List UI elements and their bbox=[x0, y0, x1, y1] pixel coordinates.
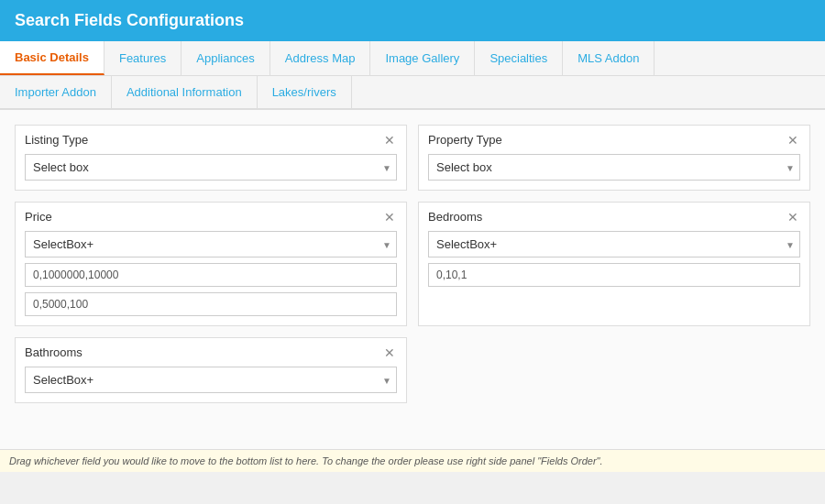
extra-input-price-1[interactable] bbox=[25, 292, 397, 316]
tab-basic-details[interactable]: Basic Details bbox=[0, 41, 104, 75]
field-header-bathrooms: Bathrooms✕ bbox=[25, 345, 397, 359]
field-card-bathrooms: Bathrooms✕SelectBox+Select boxCheckboxTe… bbox=[15, 337, 407, 403]
page-title: Search Fields Configurations bbox=[15, 11, 244, 29]
tab-specialties[interactable]: Specialties bbox=[475, 41, 563, 75]
close-button-listing-type[interactable]: ✕ bbox=[382, 134, 397, 147]
select-bathrooms[interactable]: SelectBox+Select boxCheckboxText Input bbox=[25, 367, 397, 393]
field-header-listing-type: Listing Type✕ bbox=[25, 133, 397, 147]
close-button-bathrooms[interactable]: ✕ bbox=[382, 346, 397, 359]
close-button-price[interactable]: ✕ bbox=[382, 211, 397, 224]
field-card-property-type: Property Type✕Select boxCheckboxRadioTex… bbox=[418, 125, 810, 191]
tabs-row2: Importer AddonAdditional InformationLake… bbox=[0, 76, 825, 110]
field-label-listing-type: Listing Type bbox=[25, 133, 88, 147]
close-button-property-type[interactable]: ✕ bbox=[786, 134, 800, 147]
field-label-property-type: Property Type bbox=[428, 133, 502, 147]
tab-importer-addon[interactable]: Importer Addon bbox=[0, 76, 112, 108]
field-label-bedrooms: Bedrooms bbox=[428, 210, 482, 224]
field-header-property-type: Property Type✕ bbox=[428, 133, 800, 147]
tabs-row1: Basic DetailsFeaturesAppliancesAddress M… bbox=[0, 41, 825, 76]
tab-additional-information[interactable]: Additional Information bbox=[112, 76, 258, 108]
tab-mls-addon[interactable]: MLS Addon bbox=[563, 41, 654, 75]
select-property-type[interactable]: Select boxCheckboxRadioText Input bbox=[428, 154, 800, 181]
field-card-price: Price✕SelectBox+Select boxCheckboxText I… bbox=[15, 202, 407, 326]
field-label-price: Price bbox=[25, 210, 52, 224]
select-bedrooms[interactable]: SelectBox+Select boxCheckboxText Input bbox=[428, 231, 800, 257]
field-header-price: Price✕ bbox=[25, 210, 397, 224]
select-wrapper-price: SelectBox+Select boxCheckboxText Input▼ bbox=[25, 231, 397, 257]
tab-appliances[interactable]: Appliances bbox=[182, 41, 270, 75]
tab-lakes-rivers[interactable]: Lakes/rivers bbox=[258, 76, 352, 108]
content-area: Listing Type✕Select boxCheckboxRadioText… bbox=[0, 110, 825, 472]
extra-input-bedrooms-0[interactable] bbox=[428, 263, 800, 287]
tab-image-gallery[interactable]: Image Gallery bbox=[370, 41, 475, 75]
extra-input-price-0[interactable] bbox=[25, 263, 397, 287]
select-wrapper-listing-type: Select boxCheckboxRadioText Input▼ bbox=[25, 154, 397, 181]
field-card-bedrooms: Bedrooms✕SelectBox+Select boxCheckboxTex… bbox=[418, 202, 810, 326]
tab-features[interactable]: Features bbox=[104, 41, 182, 75]
select-wrapper-property-type: Select boxCheckboxRadioText Input▼ bbox=[428, 154, 800, 181]
footer-note: Drag whichever field you would like to m… bbox=[0, 449, 825, 472]
field-label-bathrooms: Bathrooms bbox=[25, 345, 82, 359]
select-wrapper-bathrooms: SelectBox+Select boxCheckboxText Input▼ bbox=[25, 367, 397, 393]
tab-address-map[interactable]: Address Map bbox=[270, 41, 371, 75]
select-listing-type[interactable]: Select boxCheckboxRadioText Input bbox=[25, 154, 397, 181]
select-wrapper-bedrooms: SelectBox+Select boxCheckboxText Input▼ bbox=[428, 231, 800, 257]
select-price[interactable]: SelectBox+Select boxCheckboxText Input bbox=[25, 231, 397, 257]
header: Search Fields Configurations bbox=[0, 0, 825, 41]
close-button-bedrooms[interactable]: ✕ bbox=[786, 211, 800, 224]
content-wrapper: Listing Type✕Select boxCheckboxRadioText… bbox=[0, 110, 825, 472]
field-card-listing-type: Listing Type✕Select boxCheckboxRadioText… bbox=[15, 125, 407, 191]
fields-grid: Listing Type✕Select boxCheckboxRadioText… bbox=[11, 121, 814, 407]
field-header-bedrooms: Bedrooms✕ bbox=[428, 210, 800, 224]
